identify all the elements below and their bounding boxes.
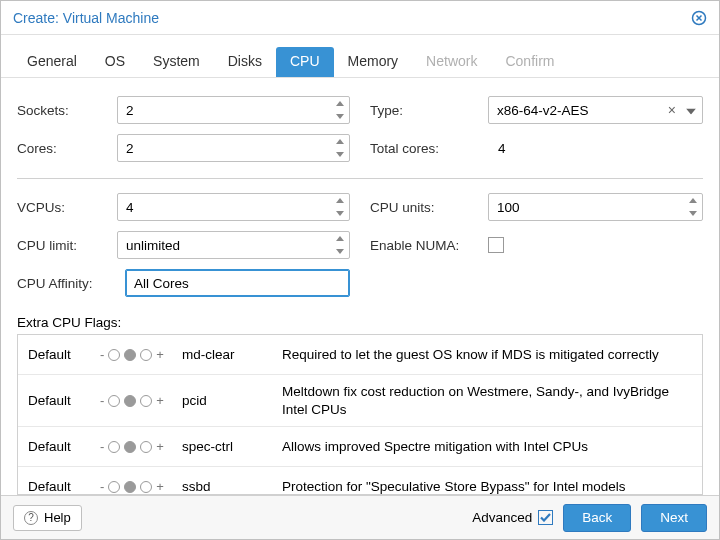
flag-name: spec-ctrl	[182, 439, 272, 454]
spin-down-icon[interactable]	[331, 110, 349, 123]
flag-tristate-toggle[interactable]: -+	[100, 347, 172, 362]
flag-row: Default-+md-clearRequired to let the gue…	[18, 335, 702, 375]
flag-description: Meltdown fix cost reduction on Westmere,…	[282, 383, 692, 418]
extra-flags-label: Extra CPU Flags:	[17, 315, 703, 330]
flag-description: Required to let the guest OS know if MDS…	[282, 346, 692, 364]
dialog-footer: ? Help Advanced Back Next	[1, 495, 719, 539]
help-label: Help	[44, 510, 71, 525]
cpu-limit-input[interactable]: unlimited	[117, 231, 350, 259]
type-label: Type:	[370, 103, 480, 118]
spin-down-icon[interactable]	[331, 245, 349, 258]
cpu-panel: Sockets: 2 Type: x86-64-v2-AES ×	[1, 78, 719, 495]
vcpus-value: 4	[126, 200, 134, 215]
spin-up-icon[interactable]	[331, 194, 349, 207]
tab-os[interactable]: OS	[91, 47, 139, 77]
sockets-value: 2	[126, 103, 134, 118]
spin-up-icon[interactable]	[331, 97, 349, 110]
spinner-buttons[interactable]	[331, 232, 349, 258]
cpu-units-label: CPU units:	[370, 200, 480, 215]
total-cores-label: Total cores:	[370, 141, 480, 156]
create-vm-dialog: Create: Virtual Machine GeneralOSSystemD…	[0, 0, 720, 540]
flag-tristate-toggle[interactable]: -+	[100, 439, 172, 454]
flag-description: Allows improved Spectre mitigation with …	[282, 438, 692, 456]
spin-down-icon[interactable]	[684, 207, 702, 220]
sockets-label: Sockets:	[17, 103, 109, 118]
cores-input[interactable]: 2	[117, 134, 350, 162]
vcpus-input[interactable]: 4	[117, 193, 350, 221]
titlebar: Create: Virtual Machine	[1, 1, 719, 35]
help-button[interactable]: ? Help	[13, 505, 82, 531]
spinner-buttons[interactable]	[331, 97, 349, 123]
cores-label: Cores:	[17, 141, 109, 156]
spin-down-icon[interactable]	[331, 207, 349, 220]
flag-name: pcid	[182, 393, 272, 408]
enable-numa-label: Enable NUMA:	[370, 238, 480, 253]
spinner-buttons[interactable]	[331, 194, 349, 220]
spin-up-icon[interactable]	[684, 194, 702, 207]
enable-numa-checkbox[interactable]	[488, 237, 504, 253]
type-combo[interactable]: x86-64-v2-AES ×	[488, 96, 703, 124]
flag-state: Default	[28, 439, 90, 454]
wizard-tabs: GeneralOSSystemDisksCPUMemoryNetworkConf…	[1, 35, 719, 78]
flag-name: md-clear	[182, 347, 272, 362]
flag-name: ssbd	[182, 479, 272, 494]
next-button[interactable]: Next	[641, 504, 707, 532]
spin-up-icon[interactable]	[331, 232, 349, 245]
tab-cpu[interactable]: CPU	[276, 47, 334, 77]
tab-memory[interactable]: Memory	[334, 47, 413, 77]
tab-general[interactable]: General	[13, 47, 91, 77]
spin-down-icon[interactable]	[331, 148, 349, 161]
help-icon: ?	[24, 511, 38, 525]
type-value: x86-64-v2-AES	[497, 103, 589, 118]
sockets-input[interactable]: 2	[117, 96, 350, 124]
advanced-checkbox[interactable]	[538, 510, 553, 525]
advanced-label: Advanced	[472, 510, 532, 525]
vcpus-label: VCPUs:	[17, 200, 109, 215]
cpu-limit-label: CPU limit:	[17, 238, 109, 253]
flag-tristate-toggle[interactable]: -+	[100, 393, 172, 408]
close-icon[interactable]	[691, 10, 707, 26]
cpu-units-value: 100	[497, 200, 520, 215]
total-cores-value: 4	[488, 134, 703, 162]
flag-description: Protection for "Speculative Store Bypass…	[282, 478, 692, 494]
extra-flags-grid: Default-+md-clearRequired to let the gue…	[17, 334, 703, 495]
spinner-buttons[interactable]	[331, 135, 349, 161]
tab-confirm: Confirm	[491, 47, 568, 77]
cpu-affinity-value: All Cores	[134, 276, 189, 291]
spinner-buttons[interactable]	[684, 194, 702, 220]
tab-network: Network	[412, 47, 491, 77]
flag-row: Default-+pcidMeltdown fix cost reduction…	[18, 375, 702, 427]
back-button[interactable]: Back	[563, 504, 631, 532]
divider	[17, 178, 703, 179]
spin-up-icon[interactable]	[331, 135, 349, 148]
flag-state: Default	[28, 479, 90, 494]
flag-row: Default-+spec-ctrlAllows improved Spectr…	[18, 427, 702, 467]
cpu-affinity-input[interactable]: All Cores	[125, 269, 350, 297]
advanced-toggle[interactable]: Advanced	[472, 510, 553, 525]
flags-scroll-area[interactable]: Default-+md-clearRequired to let the gue…	[18, 335, 702, 494]
flag-row: Default-+ssbdProtection for "Speculative…	[18, 467, 702, 494]
flag-state: Default	[28, 393, 90, 408]
cpu-affinity-label: CPU Affinity:	[17, 276, 117, 291]
flag-state: Default	[28, 347, 90, 362]
tab-disks[interactable]: Disks	[214, 47, 276, 77]
chevron-down-icon[interactable]	[686, 103, 696, 118]
cores-value: 2	[126, 141, 134, 156]
clear-icon[interactable]: ×	[668, 102, 676, 118]
dialog-title: Create: Virtual Machine	[13, 10, 159, 26]
cpu-units-input[interactable]: 100	[488, 193, 703, 221]
flag-tristate-toggle[interactable]: -+	[100, 479, 172, 494]
tab-system[interactable]: System	[139, 47, 214, 77]
cpu-limit-value: unlimited	[126, 238, 180, 253]
